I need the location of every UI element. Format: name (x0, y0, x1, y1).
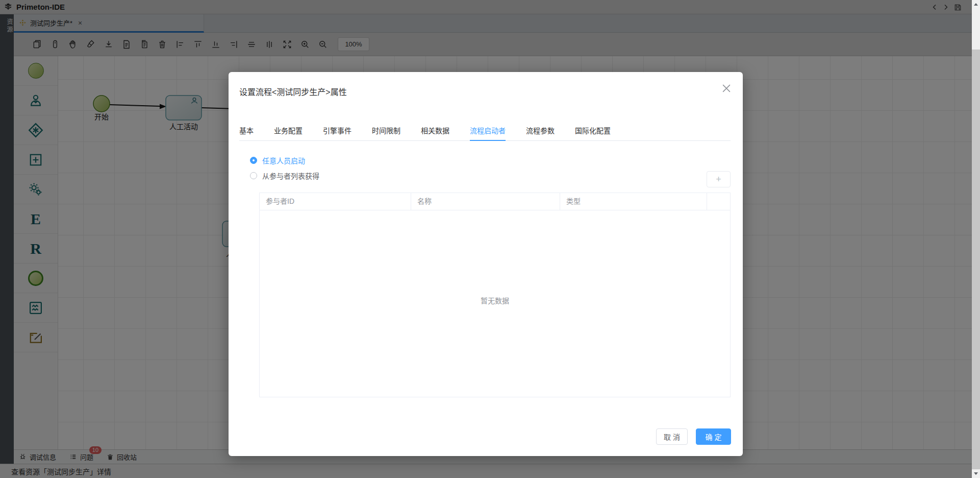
tab-process-initiator[interactable]: 流程启动者 (470, 122, 506, 141)
column-name: 名称 (411, 193, 560, 210)
table-empty-text: 暂无数据 (260, 295, 730, 305)
scrollbar-up-arrow[interactable] (972, 0, 980, 9)
tab-business-config[interactable]: 业务配置 (274, 122, 303, 141)
column-participant-id: 参与者ID (260, 193, 411, 210)
dialog-tab-bar: 基本 业务配置 引擎事件 时间限制 相关数据 流程启动者 流程参数 国际化配置 (239, 122, 731, 141)
vertical-scrollbar[interactable] (972, 0, 980, 478)
tab-basic[interactable]: 基本 (239, 122, 254, 141)
radio-any-user-label: 任意人员启动 (262, 155, 305, 165)
radio-any-user-start[interactable]: 任意人员启动 (250, 155, 305, 165)
application-window: 开始 人工活动 人工活动 Primeton-IDE (0, 0, 980, 478)
tab-i18n-config[interactable]: 国际化配置 (575, 122, 611, 141)
radio-participant-list-label: 从参与者列表获得 (262, 171, 319, 181)
column-actions (707, 193, 730, 210)
radio-unchecked-icon[interactable] (250, 172, 257, 179)
dialog-close-icon[interactable] (722, 84, 731, 92)
cancel-button[interactable]: 取 消 (656, 428, 688, 445)
column-type: 类型 (560, 193, 707, 210)
radio-checked-icon[interactable] (250, 157, 257, 164)
participants-table: 参与者ID 名称 类型 暂无数据 (259, 193, 731, 397)
scrollbar-down-arrow[interactable] (972, 469, 980, 478)
tab-process-params[interactable]: 流程参数 (526, 122, 555, 141)
process-properties-dialog: 设置流程<测试同步生产>属性 基本 业务配置 引擎事件 时间限制 相关数据 流程… (229, 72, 743, 456)
confirm-button[interactable]: 确 定 (696, 428, 731, 445)
dialog-title: 设置流程<测试同步生产>属性 (239, 85, 347, 98)
scrollbar-thumb[interactable] (972, 9, 980, 50)
tab-time-limit[interactable]: 时间限制 (372, 122, 400, 141)
table-header-row: 参与者ID 名称 类型 (260, 193, 730, 210)
radio-from-participant-list[interactable]: 从参与者列表获得 (250, 171, 319, 181)
tab-related-data[interactable]: 相关数据 (421, 122, 449, 141)
add-participant-button[interactable]: + (707, 171, 731, 187)
tab-engine-events[interactable]: 引擎事件 (323, 122, 351, 141)
dialog-footer: 取 消 确 定 (656, 428, 731, 445)
